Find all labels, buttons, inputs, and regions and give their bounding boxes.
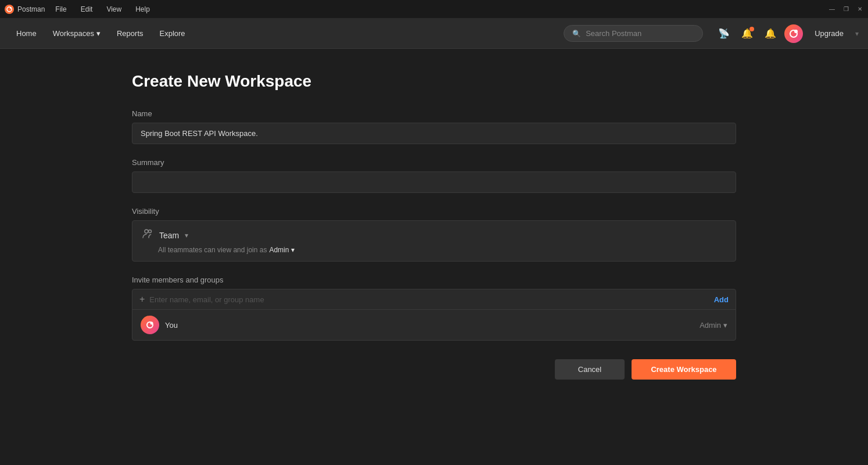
title-bar-left: Postman File Edit View Help — [5, 4, 152, 15]
visibility-label: Visibility — [132, 207, 736, 216]
member-name: You — [165, 321, 694, 330]
visibility-role[interactable]: Admin ▾ — [269, 246, 294, 254]
user-avatar-button[interactable] — [784, 24, 803, 43]
plus-icon: + — [139, 294, 145, 305]
invite-input-row: + Add — [132, 289, 736, 310]
svg-point-0 — [5, 5, 14, 14]
menu-file[interactable]: File — [53, 4, 69, 15]
satellite-icon: 📡 — [718, 28, 730, 39]
svg-point-3 — [785, 26, 802, 42]
invite-section: Invite members and groups + Add — [132, 276, 736, 341]
visibility-desc-text: All teammates can view and join as — [158, 246, 267, 254]
invite-input[interactable] — [149, 295, 709, 304]
visibility-team-label: Team — [159, 231, 179, 240]
svg-point-2 — [10, 7, 12, 9]
form-container: Create New Workspace Name Summary Visibi… — [132, 72, 736, 453]
add-button[interactable]: Add — [714, 295, 729, 304]
nav-bar: Home Workspaces ▾ Reports Explore 🔍 Sear… — [0, 19, 868, 49]
name-label: Name — [132, 109, 736, 118]
close-button[interactable]: ✕ — [856, 6, 863, 13]
table-row: You Admin ▾ — [132, 310, 736, 340]
nav-workspaces[interactable]: Workspaces ▾ — [46, 26, 107, 41]
alert-bell-icon: 🔔 — [765, 28, 776, 39]
nav-home[interactable]: Home — [9, 26, 44, 41]
visibility-chevron-icon[interactable]: ▾ — [185, 231, 188, 239]
chevron-down-icon: ▾ — [96, 29, 101, 38]
nav-reports[interactable]: Reports — [110, 26, 150, 41]
menu-view[interactable]: View — [104, 4, 124, 15]
visibility-box: Team ▾ All teammates can view and join a… — [132, 220, 736, 262]
visibility-row: Team ▾ — [142, 228, 726, 242]
nav-workspaces-label: Workspaces — [53, 29, 94, 38]
create-workspace-button[interactable]: Create Workspace — [632, 359, 736, 380]
search-icon: 🔍 — [572, 30, 581, 38]
user-avatar-icon — [142, 317, 158, 333]
nav-explore[interactable]: Explore — [153, 26, 192, 41]
search-placeholder: Search Postman — [586, 29, 641, 38]
search-button[interactable]: 🔍 Search Postman — [564, 25, 703, 42]
satellite-icon-button[interactable]: 📡 — [715, 24, 733, 43]
alerts-button[interactable]: 🔔 — [761, 24, 780, 43]
title-bar-controls: — ❐ ✕ — [828, 6, 863, 13]
team-icon — [142, 228, 153, 242]
admin-chevron-icon: ▾ — [291, 246, 295, 254]
svg-point-8 — [142, 317, 158, 333]
user-avatar-icon — [785, 26, 802, 42]
role-label: Admin — [700, 321, 721, 330]
notifications-button[interactable]: 🔔 — [738, 24, 756, 43]
invite-box: + Add You Admin ▾ — [132, 289, 736, 341]
name-field-group: Name — [132, 109, 736, 144]
svg-point-5 — [794, 30, 798, 33]
minimize-button[interactable]: — — [828, 6, 835, 13]
title-bar: Postman File Edit View Help — ❐ ✕ — [0, 0, 868, 19]
footer-buttons: Cancel Create Workspace — [132, 355, 736, 380]
notification-badge — [749, 27, 754, 31]
svg-point-7 — [149, 230, 152, 233]
avatar — [141, 316, 159, 334]
invite-label: Invite members and groups — [132, 276, 736, 284]
app-title: Postman — [17, 5, 45, 13]
role-chevron-icon: ▾ — [723, 321, 727, 330]
page-title: Create New Workspace — [132, 72, 736, 91]
maximize-button[interactable]: ❐ — [842, 6, 849, 13]
visibility-description: All teammates can view and join as Admin… — [158, 246, 726, 254]
title-bar-menus: File Edit View Help — [53, 4, 152, 15]
svg-point-10 — [150, 322, 153, 325]
postman-logo-icon — [5, 5, 14, 14]
upgrade-button[interactable]: Upgrade — [808, 26, 851, 41]
summary-field-group: Summary — [132, 158, 736, 193]
menu-help[interactable]: Help — [133, 4, 152, 15]
main-content: Create New Workspace Name Summary Visibi… — [0, 49, 868, 465]
summary-label: Summary — [132, 158, 736, 167]
visibility-field-group: Visibility Team ▾ All teamma — [132, 207, 736, 262]
cancel-button[interactable]: Cancel — [555, 359, 625, 380]
name-input[interactable] — [132, 123, 736, 144]
role-select[interactable]: Admin ▾ — [700, 321, 727, 330]
menu-edit[interactable]: Edit — [78, 4, 95, 15]
chevron-upgrade-icon: ▾ — [855, 30, 859, 38]
summary-input[interactable] — [132, 171, 736, 193]
svg-point-6 — [145, 230, 148, 233]
nav-right: 📡 🔔 🔔 Upgrade ▾ — [715, 24, 859, 43]
